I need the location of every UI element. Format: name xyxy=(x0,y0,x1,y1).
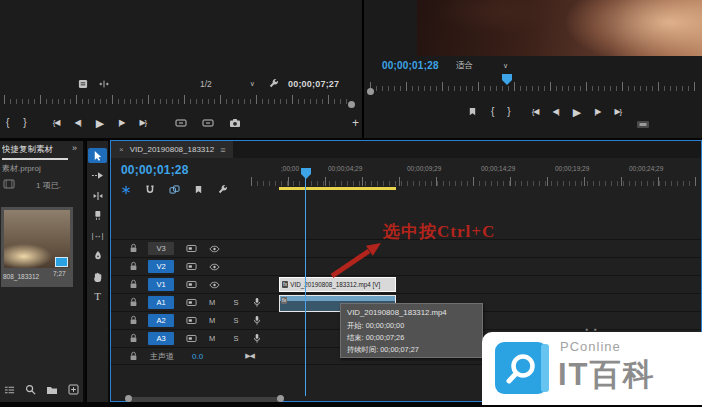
zoom-handle-right[interactable] xyxy=(277,395,284,402)
export-frame-button-icon[interactable] xyxy=(636,120,650,129)
track-label[interactable]: A2 xyxy=(148,314,174,327)
track-target-icon[interactable] xyxy=(186,262,197,271)
pen-tool[interactable] xyxy=(88,248,107,263)
step-back-button[interactable]: ◀| xyxy=(553,108,559,116)
track-row-v2[interactable]: V2 xyxy=(111,257,701,275)
export-frame-camera-icon[interactable] xyxy=(229,118,241,128)
source-zoom-select[interactable]: 1/2 ∨ xyxy=(200,79,255,89)
mark-in-button[interactable]: { xyxy=(491,107,493,117)
track-label[interactable]: V2 xyxy=(148,260,174,273)
lock-icon[interactable] xyxy=(129,243,138,254)
ruler-label: 00;00;24;29 xyxy=(629,165,663,172)
lock-icon[interactable] xyxy=(129,315,138,326)
program-time-ruler[interactable] xyxy=(370,82,698,91)
goto-in-button[interactable]: {◀ xyxy=(53,119,60,127)
add-marker-icon[interactable] xyxy=(194,185,203,195)
program-scale-select[interactable]: 适合 ∨ xyxy=(456,60,508,72)
mute-button[interactable]: M xyxy=(207,334,217,343)
voiceover-mic-icon[interactable] xyxy=(253,333,261,344)
source-scrollbar-handle[interactable] xyxy=(348,101,355,108)
solo-button[interactable]: S xyxy=(231,298,241,307)
goto-in-button[interactable]: {◀ xyxy=(532,108,539,116)
linked-selection-icon[interactable] xyxy=(169,185,180,194)
ruler-label: ;00;00 xyxy=(281,165,299,172)
ripple-edit-tool[interactable] xyxy=(88,188,107,203)
zoom-handle-left[interactable] xyxy=(125,395,132,402)
search-icon[interactable] xyxy=(25,384,36,395)
timeline-playhead-line[interactable] xyxy=(305,178,306,396)
overwrite-button-icon[interactable] xyxy=(202,118,214,128)
track-label[interactable]: V3 xyxy=(148,242,174,255)
play-button[interactable]: ▶ xyxy=(573,107,580,118)
track-row-v1[interactable]: V1 xyxy=(111,275,701,293)
panel-menu-icon[interactable]: ≡ xyxy=(220,145,225,155)
type-tool[interactable]: T xyxy=(88,288,107,303)
timeline-settings-wrench-icon[interactable] xyxy=(217,184,228,195)
solo-button[interactable]: S xyxy=(231,334,241,343)
track-target-icon[interactable] xyxy=(186,298,197,307)
track-label[interactable]: A1 xyxy=(148,296,174,309)
project-clip-item[interactable]: 808_183312 7;27 xyxy=(1,207,73,287)
mark-in-button[interactable]: { xyxy=(6,118,8,128)
track-visibility-eye-icon[interactable] xyxy=(209,281,220,289)
solo-button[interactable]: S xyxy=(231,316,241,325)
timeline-ruler[interactable]: ;00;00 00;00;04;29 00;00;09;29 00;00;14;… xyxy=(251,161,699,188)
monitor-settings-icon[interactable] xyxy=(78,79,88,89)
track-label[interactable]: V1 xyxy=(148,278,174,291)
comparison-view-icon[interactable] xyxy=(98,79,110,89)
track-target-icon[interactable] xyxy=(186,316,197,325)
timeline-position-timecode[interactable]: 00;00;01;28 xyxy=(121,163,189,177)
timeline-tab[interactable]: × VID_20190808_183312 ≡ xyxy=(111,141,233,158)
timeline-zoom-scrollbar[interactable] xyxy=(129,397,281,402)
track-target-icon[interactable] xyxy=(186,280,197,289)
step-forward-button[interactable]: |▶ xyxy=(118,119,124,127)
project-tab[interactable]: 快捷复制素材 xyxy=(2,144,68,160)
track-visibility-eye-icon[interactable] xyxy=(209,245,220,253)
new-item-icon[interactable] xyxy=(68,384,79,395)
source-time-ruler[interactable] xyxy=(4,95,352,104)
track-visibility-eye-icon[interactable] xyxy=(209,263,220,271)
track-label[interactable]: A3 xyxy=(148,332,174,345)
razor-tool[interactable] xyxy=(88,208,107,223)
program-position-timecode[interactable]: 00;00;01;28 xyxy=(382,60,439,71)
close-icon[interactable]: × xyxy=(119,145,124,154)
lock-icon[interactable] xyxy=(129,351,138,362)
add-button[interactable]: + xyxy=(352,117,358,129)
insert-button-icon[interactable] xyxy=(175,118,187,128)
panel-overflow-chevron[interactable]: » xyxy=(72,143,77,153)
source-monitor-toolbar: 1/2 ∨ 00;00;07;27 xyxy=(0,75,362,92)
step-back-button[interactable]: ◀| xyxy=(75,119,81,127)
add-marker-icon[interactable] xyxy=(468,107,477,117)
snap-magnet-icon[interactable] xyxy=(145,185,155,195)
lock-icon[interactable] xyxy=(129,279,138,290)
mark-out-button[interactable]: } xyxy=(23,118,25,128)
source-duration-timecode: 00;00;07;27 xyxy=(288,79,339,89)
lock-icon[interactable] xyxy=(129,333,138,344)
selection-tool[interactable] xyxy=(88,148,107,163)
track-target-icon[interactable] xyxy=(186,334,197,343)
mute-button[interactable]: M xyxy=(207,316,217,325)
list-view-icon[interactable] xyxy=(4,384,15,395)
play-button[interactable]: ▶ xyxy=(96,118,103,129)
work-area-bar[interactable] xyxy=(279,187,396,190)
voiceover-mic-icon[interactable] xyxy=(253,297,261,308)
program-scrollbar-handle[interactable] xyxy=(367,88,374,95)
nest-sequence-icon[interactable] xyxy=(121,185,131,195)
slip-tool[interactable]: |↔| xyxy=(88,228,107,243)
master-level-value[interactable]: 0.0 xyxy=(192,352,203,361)
track-select-tool[interactable] xyxy=(88,168,107,183)
goto-out-button[interactable]: ▶} xyxy=(139,119,146,127)
lock-icon[interactable] xyxy=(129,261,138,272)
fit-track-height-icon[interactable]: ▶◀ xyxy=(245,352,254,360)
voiceover-mic-icon[interactable] xyxy=(253,315,261,326)
hand-tool[interactable] xyxy=(88,268,107,283)
mute-button[interactable]: M xyxy=(207,298,217,307)
track-target-icon[interactable] xyxy=(186,244,197,253)
goto-out-button[interactable]: ▶} xyxy=(614,108,621,116)
source-transport-controls: { } {◀ ◀| ▶ |▶ ▶} + xyxy=(6,112,358,134)
source-settings-wrench-icon[interactable] xyxy=(268,78,279,89)
mark-out-button[interactable]: } xyxy=(507,107,509,117)
lock-icon[interactable] xyxy=(129,297,138,308)
new-bin-folder-icon[interactable] xyxy=(46,384,58,395)
step-forward-button[interactable]: |▶ xyxy=(594,108,600,116)
